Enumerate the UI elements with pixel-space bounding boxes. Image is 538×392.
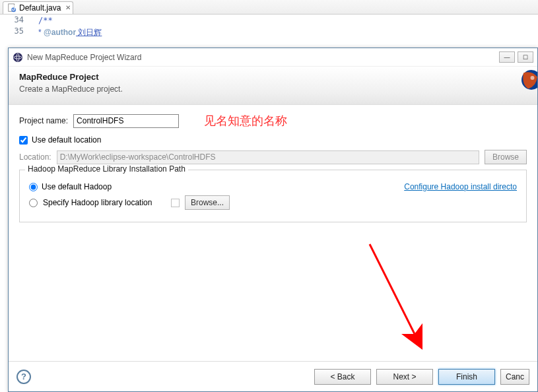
code-line-34[interactable]: /** — [38, 16, 53, 25]
location-row: Location: Browse — [19, 150, 527, 164]
editor-background: J Default.java ✕ 34 35 /** * @author 刘日辉… — [0, 0, 538, 392]
line-number-gutter: 34 35 — [0, 15, 29, 37]
svg-text:J: J — [12, 4, 15, 12]
help-icon[interactable]: ? — [17, 370, 31, 384]
button-bar: ? < Back Next > Finish Canc — [9, 361, 537, 391]
tab-title: Default.java — [19, 3, 61, 13]
cancel-button[interactable]: Canc — [500, 369, 529, 385]
back-button[interactable]: < Back — [314, 369, 371, 385]
finish-button[interactable]: Finish — [438, 369, 495, 385]
next-button[interactable]: Next > — [376, 369, 433, 385]
browse-location-button: Browse — [485, 150, 527, 164]
svg-point-7 — [531, 76, 535, 80]
project-name-row: Project name: 见名知意的名称 — [19, 113, 527, 129]
configure-hadoop-link[interactable]: Configure Hadoop install directo — [404, 182, 517, 191]
java-file-icon: J — [7, 3, 17, 13]
banner-description: Create a MapReduce project. — [19, 84, 527, 94]
svg-point-3 — [13, 53, 22, 62]
location-input — [57, 150, 479, 164]
specify-hadoop-label: Specify Hadoop library location — [43, 198, 166, 207]
hadoop-location-input[interactable] — [171, 199, 180, 207]
wizard-dialog: New MapReduce Project Wizard — ☐ MapRedu… — [8, 48, 538, 392]
use-default-hadoop-radio[interactable] — [29, 183, 38, 191]
editor-tab[interactable]: J Default.java ✕ — [3, 1, 73, 14]
annotation-text: 见名知意的名称 — [204, 113, 287, 129]
close-icon[interactable]: ✕ — [65, 4, 71, 11]
title-bar[interactable]: New MapReduce Project Wizard — ☐ — [9, 48, 537, 67]
eclipse-icon — [13, 52, 23, 63]
code-line-35[interactable]: * @author 刘日辉 — [38, 27, 102, 38]
tab-bar: J Default.java ✕ — [0, 0, 538, 15]
project-name-label: Project name: — [19, 116, 68, 125]
specify-hadoop-radio[interactable] — [29, 199, 38, 207]
use-default-location-label: Use default location — [32, 135, 101, 145]
wizard-content: Project name: 见名知意的名称 Use default locati… — [9, 105, 537, 230]
hadoop-library-group: Hadoop MapReduce Library Installation Pa… — [19, 170, 527, 222]
project-name-input[interactable] — [73, 114, 179, 128]
group-title: Hadoop MapReduce Library Installation Pa… — [25, 164, 188, 174]
use-default-hadoop-row: Use default Hadoop Configure Hadoop inst… — [29, 182, 517, 191]
maximize-button[interactable]: ☐ — [518, 51, 533, 63]
banner-icon — [518, 68, 537, 97]
use-default-hadoop-label: Use default Hadoop — [42, 182, 112, 191]
window-controls: — ☐ — [499, 51, 533, 63]
use-default-location-checkbox[interactable] — [19, 136, 28, 145]
banner-title: MapReduce Project — [19, 72, 527, 82]
browse-hadoop-button[interactable]: Browse... — [185, 195, 230, 210]
location-label: Location: — [19, 152, 51, 162]
minimize-button[interactable]: — — [499, 51, 515, 63]
wizard-banner: MapReduce Project Create a MapReduce pro… — [9, 67, 537, 105]
dialog-title: New MapReduce Project Wizard — [27, 53, 141, 62]
specify-hadoop-row: Specify Hadoop library location Browse..… — [29, 195, 517, 210]
use-default-location-row: Use default location — [19, 135, 527, 145]
